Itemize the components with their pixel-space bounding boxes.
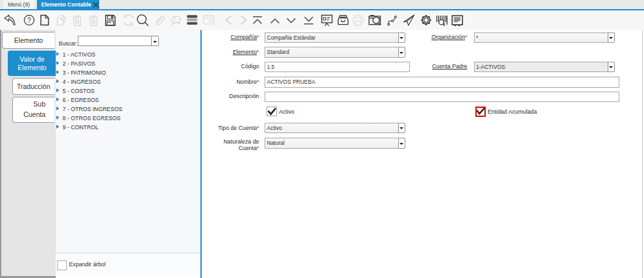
svg-text:31: 31 <box>209 19 214 23</box>
svg-text:?: ? <box>27 16 31 24</box>
